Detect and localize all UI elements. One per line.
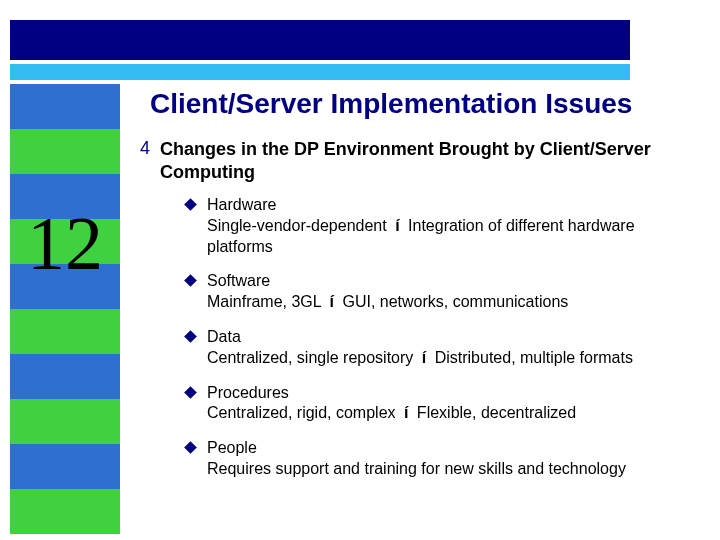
arrow-icon: í bbox=[400, 403, 412, 424]
bullet-level2: PeopleRequires support and training for … bbox=[186, 438, 700, 480]
sub-bullet-text: HardwareSingle-vendor-dependent í Integr… bbox=[207, 195, 700, 257]
stripe bbox=[10, 309, 120, 354]
bullet-level2: ProceduresCentralized, rigid, complex í … bbox=[186, 383, 700, 425]
bullet-text: Changes in the DP Environment Brought by… bbox=[160, 138, 700, 183]
diamond-icon bbox=[184, 386, 197, 399]
sub-bullets: HardwareSingle-vendor-dependent í Integr… bbox=[186, 195, 700, 480]
diamond-icon bbox=[184, 275, 197, 288]
stripe bbox=[10, 84, 120, 129]
sub-bullet-text: ProceduresCentralized, rigid, complex í … bbox=[207, 383, 576, 425]
thin-bar bbox=[10, 64, 630, 80]
stripe bbox=[10, 489, 120, 534]
diamond-icon bbox=[184, 198, 197, 211]
diamond-icon bbox=[184, 441, 197, 454]
slide-title: Client/Server Implementation Issues bbox=[150, 88, 700, 120]
slide-content: Client/Server Implementation Issues 4 Ch… bbox=[140, 88, 700, 494]
sub-bullet-text: DataCentralized, single repository í Dis… bbox=[207, 327, 633, 369]
bullet-level2: HardwareSingle-vendor-dependent í Integr… bbox=[186, 195, 700, 257]
stripe bbox=[10, 399, 120, 444]
bullet-glyph: 4 bbox=[140, 138, 150, 183]
chapter-number: 12 bbox=[3, 200, 127, 287]
sub-bullet-text: SoftwareMainframe, 3GL í GUI, networks, … bbox=[207, 271, 568, 313]
arrow-icon: í bbox=[326, 292, 338, 313]
arrow-icon: í bbox=[418, 348, 430, 369]
side-stripes bbox=[10, 84, 120, 520]
bullet-level2: SoftwareMainframe, 3GL í GUI, networks, … bbox=[186, 271, 700, 313]
bullet-level2: DataCentralized, single repository í Dis… bbox=[186, 327, 700, 369]
top-band bbox=[10, 20, 630, 60]
bullet-level1: 4 Changes in the DP Environment Brought … bbox=[140, 138, 700, 183]
arrow-icon: í bbox=[391, 216, 403, 237]
diamond-icon bbox=[184, 330, 197, 343]
stripe bbox=[10, 129, 120, 174]
stripe bbox=[10, 444, 120, 489]
sub-bullet-text: PeopleRequires support and training for … bbox=[207, 438, 626, 480]
stripe bbox=[10, 354, 120, 399]
